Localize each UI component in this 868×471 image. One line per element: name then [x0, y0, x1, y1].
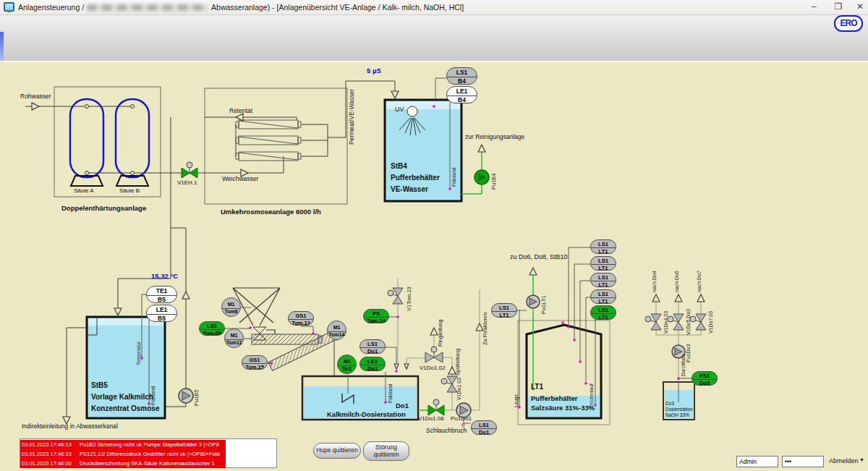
sensor-ls1-lt1-1[interactable]: LS1LT1	[590, 239, 616, 254]
alarm-row[interactable]: 03.01.2023 17:46:00Drucküberschreitung S…	[20, 459, 226, 468]
pump-pu1do1-label: Pu1Do1	[451, 415, 472, 422]
do3-flow-label: Durchfluss	[681, 354, 686, 376]
sensor-gs1-tom15[interactable]: GS1Tom.15	[242, 355, 268, 370]
sensor-ls1-do1[interactable]: LS1Do1	[359, 339, 386, 354]
sensor-loc: LT1	[599, 281, 608, 287]
sensor-fs1-do3[interactable]: FS1Do3	[692, 371, 718, 386]
sensor-tag: LS1	[360, 340, 385, 348]
alarm-row[interactable]: 03.01.2023 17:46:13Pu1B3 Sicherung nicht…	[20, 440, 226, 449]
sensor-le1-b5[interactable]: LE1B5	[146, 305, 177, 322]
valve-v1do106[interactable]	[428, 399, 444, 415]
motor-loc: Tom11	[226, 340, 242, 345]
close-button[interactable]: ✕	[851, 0, 868, 14]
sensor-tag: LS1	[447, 68, 477, 77]
uv-label: UV	[395, 106, 404, 113]
softener-column-a[interactable]	[70, 99, 103, 177]
valve-v1do103-label: V1Do1.03	[456, 378, 461, 400]
osmosis-box	[205, 88, 347, 204]
sensor-ls1-tom09[interactable]: LS1Tom.09	[199, 321, 225, 336]
valve-v1do703-label: V1Do7.03	[708, 311, 713, 334]
logout-label[interactable]: Abmelden	[829, 457, 859, 464]
pump-pu1b5[interactable]	[179, 389, 193, 403]
password-input[interactable]	[782, 456, 824, 467]
sensor-loc: LT1	[599, 265, 608, 271]
weichwasser-label: Weichwasser	[222, 175, 258, 182]
stb5-temp-label: Temperatur	[136, 341, 141, 365]
alarm-text: Drucküberschreitung SKA-Säule Kationenau…	[80, 459, 215, 468]
pump-pu1lt1-label: Pu1LT1	[540, 295, 547, 314]
stb5-line3: Konzentrat Osmose	[91, 404, 159, 412]
maximize-button[interactable]: ❐	[829, 0, 848, 14]
stb5-line2: Vorlage Kalkmilch	[91, 393, 153, 401]
valve-v1do102[interactable]	[425, 347, 443, 362]
valve-v1tom23[interactable]	[388, 288, 403, 304]
stb5-level-label: Füllstand	[150, 386, 156, 405]
sensor-ls1-do1-schlauchbruch[interactable]: LS1Do1	[471, 420, 497, 435]
sensor-tag: LE1	[147, 305, 176, 315]
alarm-row[interactable]: 03.01.2023 17:46:10PS1Z1.1/2 Differenzdr…	[20, 449, 226, 459]
sensor-ls1-lt1-3[interactable]: LS1LT1	[590, 273, 616, 287]
motor-m1-tom14[interactable]: M1Tom14	[327, 321, 346, 340]
valve-v1eh1[interactable]	[182, 162, 197, 178]
username-input[interactable]	[736, 456, 778, 467]
valve-v1do403[interactable]	[645, 314, 661, 330]
sensor-loc: Tom.09	[203, 330, 221, 336]
valve-v1do5do3-label: V1Do5.Do3	[686, 309, 691, 335]
valve-v1do103[interactable]	[441, 376, 457, 392]
motor-loc: Do1	[342, 366, 352, 371]
sensor-le1-b4[interactable]: LE1B4	[446, 86, 477, 103]
lt1-type: Pufferbehälter	[531, 394, 577, 402]
sensor-ls1-lt1-left[interactable]: LS1LT1	[491, 303, 517, 318]
stoerung-quittieren-button[interactable]: Störung quittieren	[363, 441, 409, 461]
motor-tag: M1	[328, 325, 346, 332]
valve-v1do703[interactable]	[690, 314, 706, 330]
osmosis-membrane-modules	[236, 120, 301, 161]
hupe-quittieren-button[interactable]: Hupe quittieren	[313, 443, 361, 459]
motor-m1-tom6[interactable]: M1Tom6	[221, 297, 241, 317]
do1-type: Kalkmilch-Dosierstation	[327, 410, 406, 418]
lt1-name: LT1	[531, 383, 543, 391]
window-title: Anlagensteuerung / Abwasseranlage) - [An…	[18, 3, 464, 12]
sensor-tag: LE1	[360, 357, 385, 365]
zu-reaktoren-label: Zu Reaktoren	[482, 313, 488, 345]
osmosis-title: Umkehrosmoseanlage 6000 l/h	[221, 208, 321, 216]
softener-column-b[interactable]	[116, 99, 149, 177]
pump-pu1lt1[interactable]	[527, 295, 540, 308]
nach-do4-label: nach Do4	[652, 271, 657, 292]
alarm-text: PS1Z1.1/2 Differenzdruck Grobfilter nich…	[80, 449, 220, 459]
sensor-loc: B5	[158, 315, 166, 322]
sensor-tag: GS1	[242, 356, 267, 364]
pump-pu1do3-label: Pu1Do3	[686, 344, 691, 362]
lt1-trockenlauf-label: Trockenlauf	[589, 383, 594, 408]
valve-v1do5do3[interactable]	[668, 314, 684, 330]
sensor-ls1-lt1-4[interactable]: LS1LT1	[590, 289, 616, 304]
sensor-tag: LS1	[591, 290, 616, 298]
minimize-button[interactable]: –	[804, 0, 823, 14]
alarm-time: 03.01.2023 17:46:10	[20, 449, 80, 459]
motor-tag: M1	[225, 333, 243, 340]
sensor-ls1-lt1-5[interactable]: LS1LT1	[590, 305, 616, 320]
sensor-ls1-lt1-2[interactable]: LS1LT1	[590, 256, 616, 271]
lt1-medium: Salzsäure 31%-33%	[531, 404, 595, 412]
sensor-tag: LE1	[447, 87, 477, 96]
sensor-loc: B5	[158, 296, 166, 303]
sensor-le1-do1[interactable]: LE1Do1	[359, 357, 386, 371]
alarm-time: 03.01.2023 17:46:13	[20, 440, 80, 449]
sensor-loc: LT1	[599, 298, 608, 304]
valve-v1do102-label: V1Do1.02	[420, 365, 446, 371]
chevron-down-icon[interactable]: ▼	[859, 457, 864, 462]
sensor-gs1-tom12[interactable]: GS1Tom.12	[288, 311, 314, 326]
alarm-list: 03.01.2023 17:46:13Pu1B3 Sicherung nicht…	[20, 438, 277, 468]
motor-tag: M1	[222, 302, 240, 309]
sensor-loc: LT1	[599, 314, 608, 320]
sensor-tag: LS1	[591, 273, 616, 281]
pump-pu1b4[interactable]	[475, 170, 489, 184]
schlauchbruch-value: 0	[461, 422, 464, 428]
motor-m1-do1[interactable]: M1Do1	[337, 355, 357, 374]
plant-control-window: Anlagensteuerung / Abwasseranlage) - [An…	[0, 0, 868, 471]
sensor-te1-b5[interactable]: TE1B5	[146, 286, 177, 303]
sensor-ls1-b4[interactable]: LS1B4	[446, 67, 477, 85]
sensor-ps-tom24[interactable]: PSTom.24	[363, 309, 389, 323]
motor-m1-tom11[interactable]: M1Tom11	[224, 328, 244, 348]
do3-medium: NaOH 33%	[665, 412, 689, 417]
